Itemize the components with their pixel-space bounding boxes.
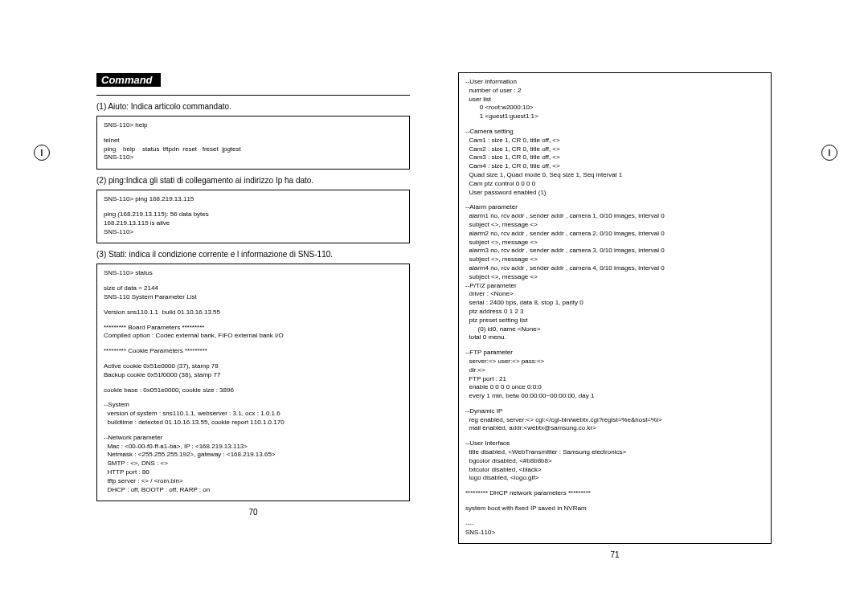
page-right: --User information number of user : 2 us… (434, 72, 780, 559)
code-line: title disabled, <WebTransmitter : Samsun… (465, 448, 764, 457)
code-line: Cam2 : size 1, CR 0, title off, <> (465, 145, 764, 154)
code-line: Mac : <00-00-f0-ff-a1-ba>, IP : <168.219… (104, 443, 403, 452)
code-line: server:<> user:<> pass:<> (465, 358, 764, 366)
code-line: ---- (465, 520, 764, 529)
code-line: alarm3 no, rcv addr , sender addr , came… (465, 247, 764, 255)
code-line: system boot with fixed IP saved in NVRam (465, 505, 764, 513)
code-line: size of data = 2144 (104, 284, 403, 293)
code-line: --User Interface (465, 439, 764, 448)
desc-status: (3) Stati: indica il condizione corrente… (96, 250, 410, 259)
code-line: ********* DHCP network parameters ******… (465, 489, 764, 498)
code-line: 1 <guest1:guest1:1> (465, 112, 764, 121)
code-line: --Camera setting (465, 128, 764, 137)
page-spread: Command (1) Aiuto: Indica articolo comma… (88, 0, 780, 559)
page-number: 70 (96, 508, 410, 517)
desc-ping: (2) ping:Indica gli stati di collegament… (96, 176, 410, 185)
code-line: ping (168.219.13.115): 56 data bytes (104, 210, 403, 219)
code-line: dir:<> (465, 366, 764, 375)
code-line: ptz address 0 1 2 3 (465, 308, 764, 317)
code-line: Netmask : <255.255.255.192>, gateway : <… (104, 451, 403, 460)
code-line: reg enabled, server:<> cgi:</cgi-bin/web… (465, 416, 764, 425)
code-line: Active cookie 0x51e0000 (37), stamp 78 (104, 362, 403, 371)
code-line: ping help status tftpdn reset freset jpg… (104, 145, 403, 154)
code-line: subject <>, message <> (465, 239, 764, 247)
code-line: FTP port : 21 (465, 375, 764, 384)
code-line: ptz preset setting list (465, 317, 764, 325)
code-line: 168.219.13.115 is alive (104, 219, 403, 228)
code-line: tftp server : <> / <rom.bin> (104, 477, 403, 486)
code-line: bgcolor disabled, <#b8b8b8> (465, 457, 764, 466)
code-line: subject <>, message <> (465, 273, 764, 282)
code-line: Compiled option : Codec external bank, F… (104, 332, 403, 341)
code-line: DHCP : off, BOOTP : off, RARP : on (104, 486, 403, 495)
codebox-status-continued: --User information number of user : 2 us… (458, 72, 772, 544)
code-line: --Alarm parameter (465, 203, 764, 212)
code-line: Version sns110.1.1 build 01.10.16.13.55 (104, 309, 403, 317)
code-line: SNS-110> ping 168.219.13.115 (104, 195, 403, 204)
code-line: (0) id0, name <None> (465, 325, 764, 334)
section-rule (96, 95, 410, 96)
code-line: Cam ptz control 0 0 0 0 (465, 180, 764, 189)
code-line: --System (104, 401, 403, 410)
code-line: --FTP parameter (465, 349, 764, 358)
code-line: alarm2 no, rcv addr , sender addr , came… (465, 230, 764, 239)
code-line: Cam3 : size 1, CR 0, title off, <> (465, 153, 764, 162)
code-line: serial : 2400 bps, data 8, stop 1, parit… (465, 299, 764, 308)
code-line: txtcolor disabled, <black> (465, 466, 764, 475)
code-line: subject <>, message <> (465, 255, 764, 264)
code-line: logo disabled, <logo.gif> (465, 474, 764, 483)
code-line: Cam1 : size 1, CR 0, title off, <> (465, 137, 764, 145)
code-line: SNS-110 System Parameter List (104, 293, 403, 302)
code-line: telnet (104, 137, 403, 145)
code-line: ********* Board Parameters ********* (104, 324, 403, 333)
code-line: subject <>, message <> (465, 221, 764, 230)
code-line: Backup cookie 0x51f0000 (38), stamp 77 (104, 371, 403, 380)
code-line: total 0 menu. (465, 333, 764, 342)
codebox-help: SNS-110> help telnet ping help status tf… (96, 116, 410, 170)
code-line: every 1 min, betw 00:00:00~00:00:00, day… (465, 392, 764, 401)
code-line: --Dynamic IP (465, 407, 764, 416)
code-line: ********* Cookie Parameters ********* (104, 347, 403, 356)
code-line: HTTP port : 80 (104, 468, 403, 477)
desc-help: (1) Aiuto: Indica articolo commandato. (96, 102, 410, 111)
code-line: Quad size 1, Quad mode 0, Seq size 1, Se… (465, 171, 764, 180)
section-title: Command (96, 73, 161, 87)
code-line: User password enabled (1) (465, 189, 764, 198)
code-line: SNS-110> (104, 153, 403, 162)
info-icon: I (34, 145, 50, 161)
code-line: 0 <root:w2000:10> (465, 104, 764, 112)
code-line: driver : <None> (465, 290, 764, 299)
code-line: --Network parameter (104, 434, 403, 443)
code-line: number of user : 2 (465, 87, 764, 96)
code-line: Cam4 : size 1, CR 0, title off, <> (465, 162, 764, 171)
code-line: SNS-110> help (104, 121, 403, 130)
code-line: --P/T/Z parameter (465, 282, 764, 291)
code-line: user list (465, 96, 764, 104)
page-left: Command (1) Aiuto: Indica articolo comma… (88, 72, 434, 559)
code-line: alarm4 no, rcv addr , sender addr , came… (465, 264, 764, 273)
code-line: cookie base : 0x051e0000, cookie size : … (104, 386, 403, 395)
codebox-ping: SNS-110> ping 168.219.13.115 ping (168.2… (96, 190, 410, 243)
code-line: enable 0 0 0 0 once 0:0:0 (465, 383, 764, 392)
page-number: 71 (458, 550, 772, 559)
info-icon: I (821, 145, 837, 161)
codebox-status: SNS-110> status size of data = 2144 SNS-… (96, 264, 410, 501)
code-line: version of system : sns110.1.1, webserve… (104, 410, 403, 419)
code-line: alarm1 no, rcv addr , sender addr , came… (465, 212, 764, 221)
code-line: SNS-110> status (104, 269, 403, 278)
code-line: buildtime : detected 01.10.16.13.55, coo… (104, 419, 403, 427)
code-line: SNS-110> (104, 228, 403, 237)
code-line: --User information (465, 78, 764, 87)
code-line: mail enabled, addr:<webtx@samsung.co.kr> (465, 424, 764, 433)
code-line: SMTP : <>, DNS : <> (104, 460, 403, 468)
code-line: SNS-110> (465, 529, 764, 537)
